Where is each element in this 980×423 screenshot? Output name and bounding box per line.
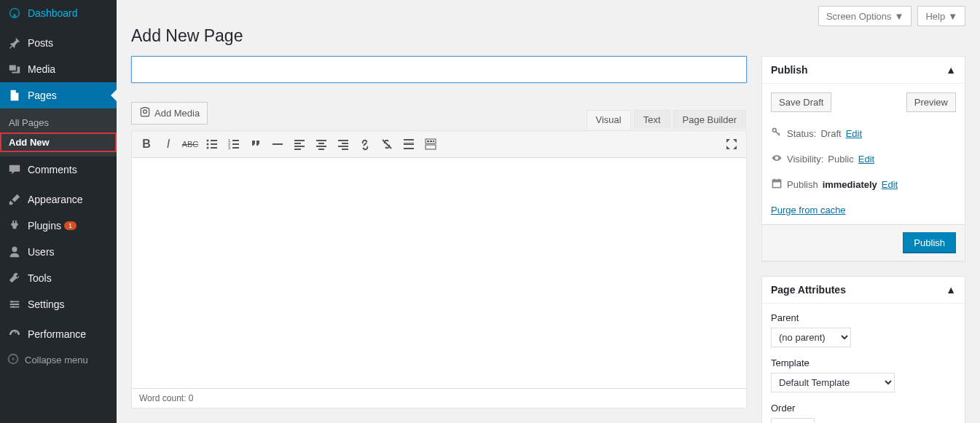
svg-rect-34 — [426, 145, 436, 149]
parent-select[interactable]: (no parent) — [771, 328, 851, 347]
sidebar-item-settings[interactable]: Settings — [0, 291, 117, 317]
tab-page-builder[interactable]: Page Builder — [673, 110, 746, 129]
svg-rect-23 — [316, 146, 326, 147]
svg-rect-24 — [318, 149, 324, 150]
svg-rect-37 — [433, 141, 434, 142]
bullet-list-button[interactable] — [202, 134, 222, 154]
link-button[interactable] — [355, 134, 375, 154]
pin-icon — [7, 36, 22, 50]
sidebar-subitem-add-new[interactable]: Add New — [0, 133, 117, 152]
svg-rect-16 — [273, 143, 283, 145]
align-center-button[interactable] — [311, 134, 332, 154]
strikethrough-button[interactable]: ABC — [180, 134, 200, 154]
publish-button[interactable]: Publish — [903, 232, 956, 253]
sidebar-item-label: Performance — [28, 328, 86, 340]
sidebar-item-plugins[interactable]: Plugins 1 — [0, 213, 117, 239]
read-more-button[interactable] — [399, 134, 419, 154]
tab-visual[interactable]: Visual — [587, 110, 631, 130]
template-select[interactable]: Default Template — [771, 373, 895, 392]
parent-label: Parent — [771, 312, 956, 323]
publish-metabox: Publish ▲ Save Draft Preview Status: Dra… — [761, 56, 965, 261]
align-left-button[interactable] — [289, 134, 310, 154]
svg-rect-35 — [427, 141, 429, 142]
sidebar-item-appearance[interactable]: Appearance — [0, 186, 117, 213]
sidebar-item-dashboard[interactable]: Dashboard — [0, 0, 117, 26]
editor-content-area[interactable] — [132, 158, 746, 388]
page-attributes-metabox: Page Attributes ▲ Parent (no parent) Tem… — [761, 276, 965, 423]
sidebar-item-comments[interactable]: Comments — [0, 157, 117, 183]
edit-visibility-link[interactable]: Edit — [858, 154, 874, 165]
bold-button[interactable]: B — [136, 134, 157, 154]
order-label: Order — [771, 403, 956, 414]
align-right-button[interactable] — [333, 134, 353, 154]
admin-sidebar: Dashboard Posts Media Pages All Pages Ad… — [0, 0, 117, 423]
sidebar-item-label: Appearance — [28, 194, 83, 205]
key-icon — [771, 127, 783, 141]
edit-status-link[interactable]: Edit — [846, 128, 862, 139]
svg-rect-9 — [211, 147, 217, 149]
calendar-icon — [771, 178, 783, 191]
eye-icon — [771, 152, 783, 166]
sidebar-item-media[interactable]: Media — [0, 56, 117, 82]
user-icon — [7, 245, 22, 259]
editor-footer: Word count: 0 — [132, 388, 746, 408]
status-value: Draft — [820, 128, 841, 139]
tab-text[interactable]: Text — [634, 110, 670, 129]
plugin-icon — [7, 218, 22, 233]
unlink-button[interactable] — [377, 134, 397, 154]
sidebar-item-label: Comments — [28, 164, 77, 175]
sidebar-item-performance[interactable]: Performance — [0, 321, 117, 347]
dashboard-icon — [7, 6, 22, 20]
italic-button[interactable]: I — [158, 134, 179, 154]
order-input[interactable] — [771, 418, 815, 423]
svg-rect-27 — [338, 146, 348, 147]
sidebar-item-posts[interactable]: Posts — [0, 30, 117, 56]
svg-rect-11 — [232, 140, 239, 141]
sidebar-item-tools[interactable]: Tools — [0, 265, 117, 291]
blockquote-button[interactable] — [246, 134, 266, 154]
editor-toolbar: B I ABC 123 — [132, 131, 746, 158]
svg-point-6 — [207, 143, 209, 146]
svg-rect-22 — [318, 143, 324, 144]
number-list-button[interactable]: 123 — [224, 134, 244, 154]
purge-cache-link[interactable]: Purge from cache — [771, 205, 956, 216]
svg-rect-15 — [232, 147, 239, 149]
settings-icon — [7, 297, 22, 312]
sidebar-item-label: Pages — [28, 90, 57, 101]
svg-rect-17 — [294, 140, 305, 141]
horizontal-rule-button[interactable] — [267, 134, 288, 154]
svg-rect-21 — [316, 140, 326, 141]
screen-options-button[interactable]: Screen Options ▼ — [818, 6, 912, 26]
main-content: Screen Options ▼ Help ▼ Add New Page Add… — [117, 0, 980, 423]
svg-point-8 — [207, 147, 209, 149]
svg-point-1 — [16, 304, 18, 306]
save-draft-button[interactable]: Save Draft — [771, 92, 831, 112]
sidebar-item-label: Users — [28, 246, 55, 258]
page-title-input[interactable] — [131, 56, 747, 83]
comment-icon — [7, 162, 22, 177]
sidebar-item-pages[interactable]: Pages — [0, 82, 117, 108]
svg-rect-29 — [404, 139, 414, 141]
svg-rect-5 — [211, 140, 217, 141]
publish-metabox-toggle[interactable]: Publish ▲ — [762, 57, 965, 84]
sidebar-subitem-all-pages[interactable]: All Pages — [0, 113, 117, 133]
sidebar-item-users[interactable]: Users — [0, 239, 117, 265]
svg-point-0 — [11, 301, 13, 303]
attributes-metabox-toggle[interactable]: Page Attributes ▲ — [762, 277, 965, 304]
svg-rect-28 — [342, 149, 348, 150]
add-media-button[interactable]: Add Media — [131, 102, 208, 124]
fullscreen-button[interactable] — [721, 134, 742, 154]
collapse-menu-button[interactable]: Collapse menu — [0, 347, 117, 373]
chevron-down-icon: ▼ — [948, 11, 957, 22]
collapse-label: Collapse menu — [25, 355, 88, 365]
svg-point-4 — [207, 140, 209, 142]
edit-publish-date-link[interactable]: Edit — [882, 179, 898, 190]
gauge-icon — [7, 327, 22, 341]
preview-button[interactable]: Preview — [906, 92, 956, 112]
help-button[interactable]: Help ▼ — [917, 6, 965, 26]
toolbar-toggle-button[interactable] — [420, 134, 441, 154]
page-heading: Add New Page — [131, 26, 965, 46]
template-label: Template — [771, 357, 956, 368]
word-count-value: 0 — [189, 393, 194, 403]
sidebar-item-label: Dashboard — [28, 7, 78, 19]
